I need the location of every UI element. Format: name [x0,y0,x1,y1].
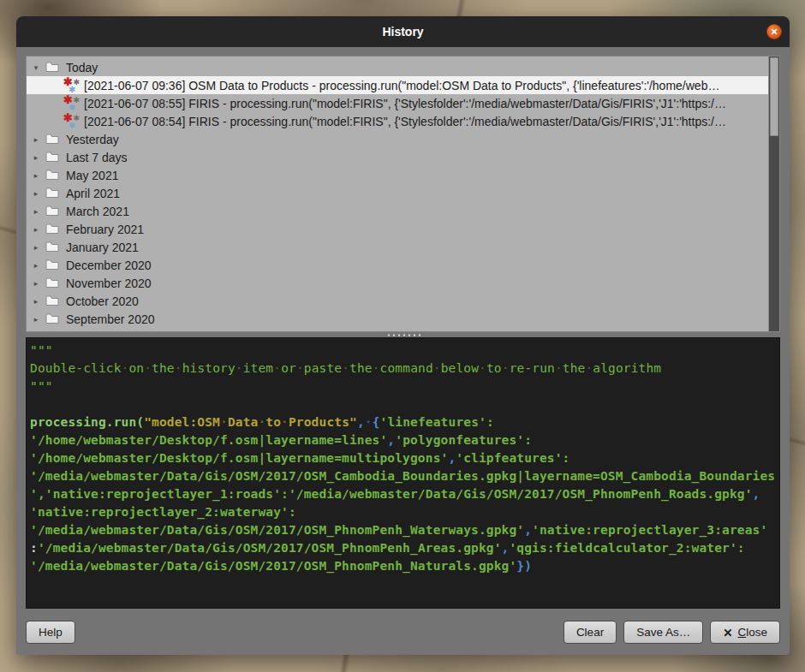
history-group-row[interactable]: ▸December 2020 [27,256,768,274]
history-tree-panel: ▾Today✱✱✱[2021-06-07 09:36] OSM Data to … [26,56,780,332]
tree-row-label: March 2021 [66,205,129,218]
processing-model-icon: ✱✱✱ [64,114,79,128]
folder-icon [45,62,59,73]
folder-icon [45,134,59,145]
dialog-title: History [382,25,423,39]
code-line: :'/media/webmaster/Data/Gis/OSM/2017/OSM… [30,539,778,557]
tree-row-label: April 2021 [66,187,120,200]
tree-row-label: [2021-06-07 09:36] OSM Data to Products … [84,79,719,92]
history-group-row[interactable]: ▸May 2021 [27,166,768,184]
code-line: '/home/webmaster/Desktop/f.osm|layername… [30,431,778,449]
expand-arrow-icon[interactable]: ▾ [31,63,41,72]
history-entry-row[interactable]: ✱✱✱[2021-06-07 09:36] OSM Data to Produc… [27,76,768,94]
save-as-button[interactable]: Save As… [623,621,703,644]
tree-row-label: February 2021 [66,223,144,236]
help-button[interactable]: Help [26,621,75,644]
tree-row-label: Today [66,61,98,74]
collapse-arrow-icon[interactable]: ▸ [31,171,41,180]
code-line: Double-click·on·the·history·item·or·past… [30,360,778,378]
splitter-grip-dots-icon [386,334,420,336]
processing-model-icon: ✱✱✱ [64,78,79,92]
folder-icon [45,223,59,235]
history-group-row[interactable]: ▾Today [27,58,768,76]
collapse-arrow-icon[interactable]: ▸ [31,279,41,288]
tree-row-label: October 2020 [66,294,139,308]
folder-icon [45,187,59,199]
tree-row-label: September 2020 [66,312,155,326]
history-group-row[interactable]: ▸October 2020 [27,292,768,310]
collapse-arrow-icon[interactable]: ▸ [31,315,41,324]
code-line: ','native:reprojectlayer_1:roads':'/medi… [30,485,778,503]
scrollbar-thumb[interactable] [770,57,778,136]
collapse-arrow-icon[interactable]: ▸ [31,189,41,198]
history-dialog: History ✕ ▾Today✱✱✱[2021-06-07 09:36] OS… [16,16,790,655]
code-line: '/media/webmaster/Data/Gis/OSM/2017/OSM_… [30,521,778,539]
close-x-icon: ✕ [723,626,732,639]
history-entry-row[interactable]: ✱✱✱[2021-06-07 08:55] FIRIS - processing… [27,94,768,112]
folder-icon [45,313,59,324]
folder-icon [45,295,59,306]
history-group-row[interactable]: ▸Last 7 days [27,148,768,166]
history-group-row[interactable]: ▸November 2020 [27,274,768,292]
history-group-row[interactable]: ▸March 2021 [27,202,768,220]
processing-model-icon: ✱✱✱ [64,96,79,110]
folder-icon [45,259,59,271]
history-group-row[interactable]: ▸Yesterday [27,130,768,148]
window-close-icon[interactable]: ✕ [766,24,782,39]
folder-icon [45,169,59,181]
history-group-row[interactable]: ▸April 2021 [27,184,768,202]
folder-icon [45,241,59,253]
code-line: """ [30,342,778,360]
code-line: '/media/webmaster/Data/Gis/OSM/2017/OSM_… [30,467,778,485]
tree-row-label: January 2021 [66,241,139,254]
collapse-arrow-icon[interactable]: ▸ [31,225,41,234]
code-line: 'native:reprojectlayer_2:waterway': [30,503,778,521]
code-line [30,395,778,413]
history-entry-row[interactable]: ✱✱✱[2021-06-07 08:54] FIRIS - processing… [27,112,768,130]
footer-button-group: Clear Save As… ✕ Close [564,621,780,644]
clear-button[interactable]: Clear [564,621,617,644]
folder-icon [45,205,59,217]
code-line: """ [30,378,778,395]
collapse-arrow-icon[interactable]: ▸ [31,153,41,162]
code-editor[interactable]: """Double-click·on·the·history·item·or·p… [26,337,780,609]
tree-row-label: Last 7 days [66,151,128,164]
code-line: processing.run("model:OSM·Data·to·Produc… [30,413,778,431]
collapse-arrow-icon[interactable]: ▸ [31,207,41,216]
tree-vertical-scrollbar[interactable] [768,56,779,331]
folder-icon [45,277,59,288]
close-button[interactable]: ✕ Close [710,621,780,644]
tree-row-label: [2021-06-07 08:55] FIRIS - processing.ru… [84,97,726,110]
history-tree-rows: ▾Today✱✱✱[2021-06-07 09:36] OSM Data to … [27,58,768,332]
history-group-row[interactable]: ▸January 2021 [27,238,768,256]
tree-row-label: May 2021 [66,169,118,182]
collapse-arrow-icon[interactable]: ▸ [31,135,41,144]
tree-row-label: December 2020 [66,259,152,272]
code-line: '/media/webmaster/Data/Gis/OSM/2017/OSM_… [30,557,778,575]
tree-row-label: November 2020 [66,277,152,290]
collapse-arrow-icon[interactable]: ▸ [31,261,41,270]
collapse-arrow-icon[interactable]: ▸ [31,297,41,306]
folder-icon [45,152,59,163]
history-group-row[interactable]: ▸February 2021 [27,220,768,238]
close-button-label: Close [737,626,767,639]
tree-row-label: [2021-06-07 08:54] FIRIS - processing.ru… [84,115,726,128]
collapse-arrow-icon[interactable]: ▸ [31,243,41,252]
dialog-titlebar[interactable]: History ✕ [16,16,790,47]
history-group-row[interactable]: ▸September 2020 [27,310,768,328]
tree-row-label: Yesterday [66,133,119,146]
code-line: '/home/webmaster/Desktop/f.osm|layername… [30,449,778,467]
